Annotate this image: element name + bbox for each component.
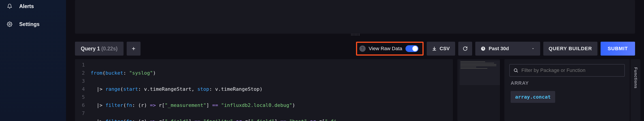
gear-icon (7, 21, 12, 27)
functions-search[interactable] (509, 64, 625, 77)
time-range-dropdown[interactable]: Past 30d (475, 42, 540, 56)
sidebar-item-label: Alerts (19, 3, 34, 10)
query-tab-1[interactable]: Query 1 (0.22s) (75, 42, 124, 56)
query-builder-label: QUERY BUILDER (549, 46, 592, 52)
functions-side-tab[interactable]: Functions (630, 59, 640, 121)
main-area: Query 1 (0.22s) ? View Raw Data (66, 0, 644, 121)
query-tab-timing: (0.22s) (101, 46, 118, 52)
functions-side-label: Functions (633, 59, 638, 88)
code-editor[interactable]: 1 2 3 4 5 6 7 from(bucket: "syslog") |> … (75, 59, 453, 121)
time-range-label: Past 30d (489, 46, 509, 52)
refresh-button[interactable] (458, 42, 472, 56)
functions-panel: ARRAY array.concat (504, 59, 630, 121)
sidebar-item-settings[interactable]: Settings (0, 18, 66, 31)
view-raw-data-label: View Raw Data (369, 46, 402, 52)
query-builder-button[interactable]: QUERY BUILDER (543, 42, 598, 56)
chevron-down-icon (531, 47, 535, 50)
svg-point-0 (9, 24, 10, 25)
sidebar-item-label: Settings (19, 21, 40, 27)
view-raw-data-group: ? View Raw Data (356, 42, 424, 56)
submit-button[interactable]: SUBMIT (600, 42, 635, 56)
resize-handle[interactable] (350, 33, 360, 36)
clock-icon (481, 46, 486, 51)
line-number-gutter: 1 2 3 4 5 6 7 (75, 59, 87, 121)
function-item-array-concat[interactable]: array.concat (511, 91, 555, 103)
search-icon (513, 68, 518, 73)
csv-label: CSV (440, 46, 450, 52)
minimap[interactable] (458, 59, 500, 121)
sidebar: Alerts Settings (0, 0, 66, 121)
refresh-icon (463, 46, 468, 51)
functions-section-title: ARRAY (511, 80, 624, 86)
bell-icon (7, 3, 12, 9)
view-raw-data-toggle[interactable] (406, 45, 418, 52)
editor-area: 1 2 3 4 5 6 7 from(bucket: "syslog") |> … (75, 59, 630, 121)
sidebar-item-alerts[interactable]: Alerts (0, 0, 66, 13)
download-icon (432, 46, 436, 51)
query-tab-label: Query 1 (81, 46, 100, 52)
query-toolbar: Query 1 (0.22s) ? View Raw Data (75, 42, 635, 56)
code-content[interactable]: from(bucket: "syslog") |> range(start: v… (87, 59, 337, 121)
query-tabs: Query 1 (0.22s) (75, 42, 140, 56)
functions-search-input[interactable] (522, 67, 621, 73)
help-icon[interactable]: ? (359, 46, 366, 52)
submit-label: SUBMIT (608, 46, 628, 52)
visualization-panel (75, 0, 635, 34)
toggle-knob (412, 46, 418, 51)
svg-line-5 (517, 71, 518, 72)
add-query-button[interactable] (127, 42, 140, 56)
csv-download-button[interactable]: CSV (427, 42, 455, 56)
